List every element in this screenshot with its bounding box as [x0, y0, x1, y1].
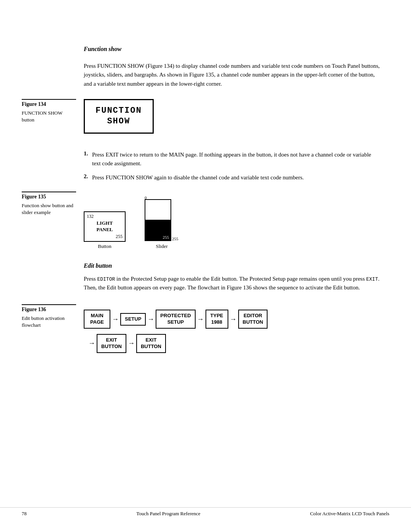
numbered-list: 1. Press EXIT twice to return to the MAI…	[84, 150, 381, 182]
flow-box-editor-button: EDITOR BUTTON	[238, 310, 268, 329]
slider-graphic-container: 0 255 255 Slider	[145, 195, 179, 249]
arrow-4	[228, 315, 238, 323]
figure-136-label: Figure 136	[22, 304, 76, 313]
step-2-text: Press FUNCTION SHOW again to disable the…	[92, 173, 304, 182]
arrow-3	[196, 315, 206, 323]
function-show-button-graphic: FUNCTION SHOW	[84, 99, 154, 134]
figure-135-diagram: 132 LIGHT PANEL 255 Button 0	[84, 195, 381, 249]
page: Function show Press FUNCTION SHOW (Figur…	[0, 0, 411, 532]
button-label-text: LIGHT PANEL	[96, 220, 113, 233]
figure-134-caption: FUNCTION SHOW button	[22, 110, 76, 123]
figure-136-caption: Edit button activation flowchart	[22, 315, 76, 329]
slider-diagram-label: Slider	[156, 243, 167, 249]
footer-page-num: 78	[22, 511, 27, 517]
arrow-2	[146, 315, 156, 323]
step-2-num: 2.	[84, 173, 92, 182]
footer-title: Touch Panel Program Reference	[136, 511, 200, 517]
flow-box-exit-button-2: EXIT BUTTON	[136, 334, 166, 353]
step-1: 1. Press EXIT twice to return to the MAI…	[84, 150, 381, 168]
figure-134-label: Figure 134	[22, 99, 76, 107]
flow-box-setup: SETUP	[120, 313, 146, 326]
flow-box-main-page: MAIN PAGE	[84, 310, 110, 329]
flowchart: MAIN PAGE SETUP PROTECTED	[84, 310, 381, 353]
slider-255-inside: 255	[163, 235, 169, 240]
button-graphic-container: 132 LIGHT PANEL 255 Button	[84, 211, 126, 249]
slider-255-outside: 255	[172, 236, 178, 241]
step-1-num: 1.	[84, 150, 92, 168]
button-graphic: 132 LIGHT PANEL 255	[84, 211, 126, 242]
flow-box-protected-setup: PROTECTED SETUP	[156, 310, 195, 329]
heading-edit-button: Edit button	[84, 262, 381, 269]
var-text-code: 255	[116, 234, 123, 240]
footer-right: Color Active-Matrix LCD Touch Panels	[310, 511, 389, 517]
arrow-down-left: →	[87, 339, 97, 347]
flow-box-type-1988: TYPE 1988	[206, 310, 228, 329]
slider-box: 255	[145, 199, 171, 241]
channel-code: 132	[87, 214, 94, 219]
arrow-1	[110, 315, 120, 323]
heading-function-show: Function show	[84, 46, 381, 53]
step-2: 2. Press FUNCTION SHOW again to disable …	[84, 173, 381, 182]
footer: 78 Touch Panel Program Reference Color A…	[0, 507, 411, 517]
flowchart-row-1: MAIN PAGE SETUP PROTECTED	[84, 310, 381, 329]
button-diagram-label: Button	[98, 243, 111, 249]
arrow-5	[126, 339, 136, 347]
paragraph-function-show: Press FUNCTION SHOW (Figure 134) to disp…	[84, 62, 381, 88]
figure-135-label: Figure 135	[22, 192, 76, 200]
figure-135-caption: Function show button and slider example	[22, 202, 76, 216]
flow-box-exit-button-1: EXIT BUTTON	[97, 334, 126, 353]
paragraph-edit-button: Press EDITOR in the Protected Setup page…	[84, 275, 381, 292]
step-1-text: Press EXIT twice to return to the MAIN p…	[92, 150, 381, 168]
